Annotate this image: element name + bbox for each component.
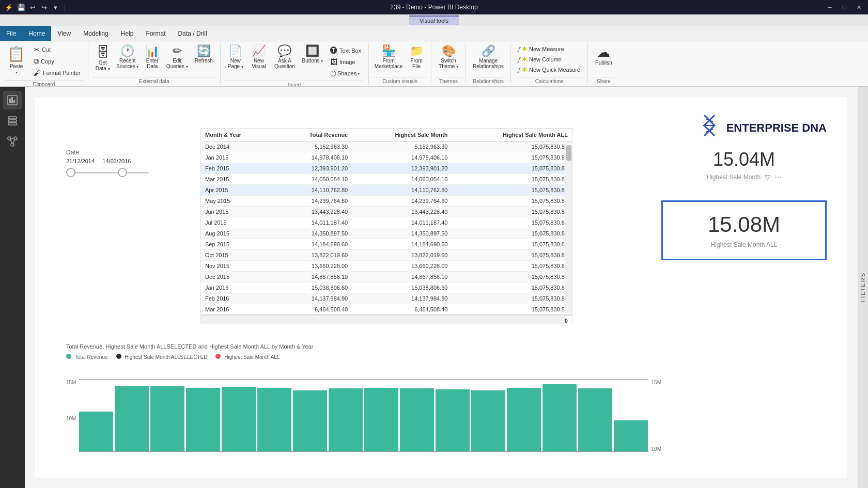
- new-quick-measure-button[interactable]: 𝑓 ✱ New Quick Measure: [515, 65, 583, 74]
- chart-bar[interactable]: [578, 388, 612, 451]
- shapes-label: Shapes: [337, 70, 357, 76]
- chart-bar[interactable]: [150, 386, 184, 451]
- sidebar-data-icon[interactable]: [3, 112, 22, 130]
- enter-data-icon: 📊: [145, 45, 159, 57]
- from-marketplace-button[interactable]: 🏪 FromMarketplace: [373, 43, 404, 71]
- chart-bar[interactable]: [222, 387, 256, 451]
- shapes-button[interactable]: ⬡ Shapes ▾: [327, 68, 364, 78]
- minimize-btn[interactable]: ─: [825, 2, 835, 12]
- slider-thumb-right[interactable]: [118, 168, 127, 177]
- menu-modeling[interactable]: Modeling: [77, 26, 115, 41]
- table-scrollbar[interactable]: [565, 144, 572, 313]
- cut-button[interactable]: ✂ Cut: [30, 44, 84, 55]
- save-icon[interactable]: 💾: [17, 3, 26, 12]
- kpi-ellipsis[interactable]: ···: [774, 172, 781, 182]
- relationships-content: 🔗 ManageRelationships: [470, 43, 506, 75]
- menu-help[interactable]: Help: [115, 26, 140, 41]
- maximize-btn[interactable]: □: [839, 2, 849, 12]
- quick-access-dropdown[interactable]: ▾: [51, 3, 60, 12]
- get-data-button[interactable]: 🗄 GetData ▾: [92, 43, 113, 73]
- chart-bar[interactable]: [400, 388, 434, 451]
- new-page-button[interactable]: 📄 NewPage ▾: [225, 43, 246, 71]
- ask-question-button[interactable]: 💬 Ask AQuestion: [271, 43, 298, 71]
- kpi-bottom-label: Highest Sale Month ALL: [673, 241, 815, 248]
- sidebar-model-icon[interactable]: [3, 132, 22, 151]
- chart-bar[interactable]: [436, 389, 470, 451]
- chart-bar[interactable]: [542, 384, 577, 451]
- new-column-icon: 𝑓: [518, 56, 520, 63]
- copy-button[interactable]: ⧉ Copy: [30, 56, 84, 67]
- share-content: ☁ Publish: [592, 43, 615, 75]
- col-month-year: Month & Year: [201, 129, 274, 141]
- table-row: Jun 201513,443,228.4013,443,228.4015,075…: [201, 207, 572, 217]
- undo-icon[interactable]: ↩: [28, 3, 37, 12]
- share-group-label: Share: [592, 77, 615, 84]
- quick-access-toolbar: 💾 ↩ ↪ ▾ |: [17, 3, 66, 12]
- cut-icon: ✂: [34, 45, 40, 54]
- chart-bar[interactable]: [293, 390, 327, 451]
- window-controls: ─ □ ✕: [825, 2, 864, 12]
- chart-bar[interactable]: [364, 388, 398, 451]
- new-measure-icon2: ✱: [522, 45, 527, 53]
- refresh-button[interactable]: 🔄 Refresh: [192, 43, 216, 66]
- chart-bar[interactable]: [79, 412, 113, 451]
- insert-content: 📄 NewPage ▾ 📈 NewVisual 💬 Ask AQuestion …: [225, 43, 364, 78]
- chart-bar[interactable]: [329, 388, 363, 451]
- table-row: Aug 201514,350,897.5014,350,897.5015,075…: [201, 228, 572, 239]
- from-file-button[interactable]: 📁 FromFile: [406, 43, 427, 71]
- manage-relationships-icon: 🔗: [482, 45, 495, 57]
- legend-dot-allselected: [116, 354, 121, 359]
- manage-relationships-button[interactable]: 🔗 ManageRelationships: [470, 43, 506, 71]
- chart-body: 15M 10M 15M 10M: [66, 364, 661, 452]
- switch-theme-button[interactable]: 🎨 SwitchTheme ▾: [436, 43, 461, 71]
- scrollbar-thumb[interactable]: [566, 145, 571, 161]
- table-body: Dec 20145,152,963.305,152,963.3015,075,8…: [201, 141, 572, 324]
- ribbon-group-relationships: 🔗 ManageRelationships Relationships: [466, 43, 511, 84]
- copy-icon: ⧉: [34, 57, 39, 66]
- buttons-button[interactable]: 🔲 Buttons ▾: [300, 43, 325, 66]
- chart-bar[interactable]: [257, 388, 291, 451]
- main-content: ENTERPRISE DNA Date 21/12/2014 14/03/201…: [25, 87, 858, 488]
- image-label: Image: [339, 59, 355, 65]
- chart-bar[interactable]: [115, 386, 149, 451]
- menu-data-drill[interactable]: Data / Drill: [172, 26, 213, 41]
- text-box-button[interactable]: 🅣 Text Box: [327, 45, 364, 56]
- chart-bar[interactable]: [507, 388, 541, 451]
- table-row: Dec 20145,152,963.305,152,963.3015,075,8…: [201, 141, 572, 152]
- publish-label: Publish: [595, 60, 612, 66]
- relationships-group-label: Relationships: [470, 77, 506, 84]
- sidebar-report-icon[interactable]: [3, 91, 22, 109]
- chart-bar[interactable]: [614, 420, 648, 451]
- chart-bar[interactable]: [471, 390, 505, 451]
- new-visual-button[interactable]: 📈 NewVisual: [249, 43, 269, 71]
- menu-home[interactable]: Home: [22, 26, 51, 41]
- image-button[interactable]: 🖼 Image: [327, 57, 364, 67]
- edit-queries-button[interactable]: ✏ EditQueries ▾: [165, 43, 190, 71]
- refresh-label: Refresh: [195, 58, 213, 64]
- visual-tools-tab[interactable]: Visual tools: [409, 15, 459, 25]
- paste-button[interactable]: 📋 Paste ▾: [4, 43, 28, 77]
- slider-thumb-left[interactable]: [66, 168, 75, 177]
- close-btn[interactable]: ✕: [854, 2, 864, 12]
- menu-format[interactable]: Format: [140, 26, 172, 41]
- publish-button[interactable]: ☁ Publish: [592, 43, 615, 68]
- new-quick-measure-icon2: ✱: [522, 66, 527, 73]
- menu-file[interactable]: File: [0, 26, 22, 41]
- format-painter-button[interactable]: 🖌 Format Painter: [30, 68, 84, 78]
- recent-sources-button[interactable]: 🕐 RecentSources ▾: [115, 43, 140, 71]
- date-slider[interactable]: [66, 167, 149, 178]
- ribbon-group-share: ☁ Publish Share: [588, 43, 619, 84]
- new-measure-button[interactable]: 𝑓 ✱ New Measure: [515, 44, 583, 54]
- kpi-filter-icon[interactable]: ▽: [765, 173, 770, 181]
- table-scroll-bottom[interactable]: [201, 317, 565, 324]
- paste-icon: 📋: [7, 45, 25, 62]
- kpi-bottom-card[interactable]: 15.08M Highest Sale Month ALL: [661, 200, 827, 260]
- new-column-button[interactable]: 𝑓 ✱ New Column: [515, 55, 583, 64]
- enter-data-button[interactable]: 📊 EnterData: [142, 43, 163, 71]
- redo-icon[interactable]: ↪: [39, 3, 49, 12]
- menu-view[interactable]: View: [51, 26, 77, 41]
- slider-track: [66, 172, 149, 174]
- filters-sidebar[interactable]: FILTERS: [858, 87, 868, 488]
- date-filter: Date 21/12/2014 14/03/2016: [66, 149, 149, 178]
- chart-bar[interactable]: [186, 388, 220, 451]
